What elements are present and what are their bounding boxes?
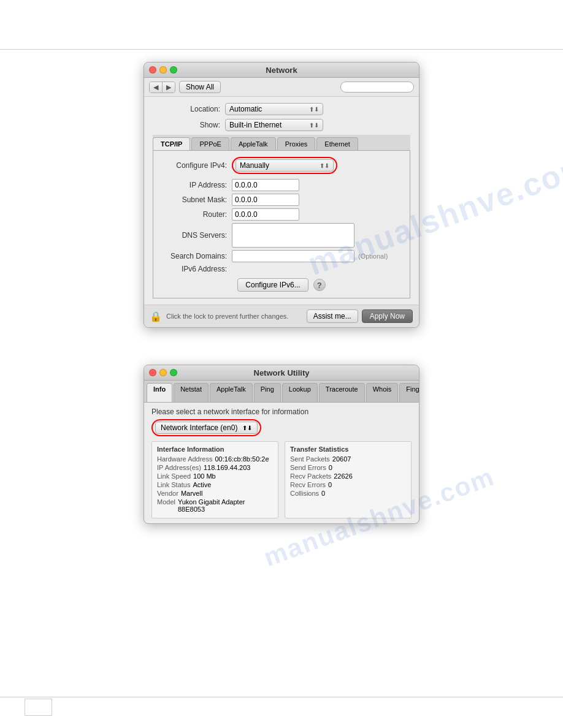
tab-appletalk[interactable]: AppleTalk xyxy=(231,137,276,150)
show-select[interactable]: Built-in Ethernet ⬆⬇ xyxy=(225,119,323,131)
configure-row: Configure IPv4: Manually ⬆⬇ xyxy=(153,157,410,174)
network-utility-window: Network Utility Info Netstat AppleTalk P… xyxy=(144,365,419,524)
router-row: Router: xyxy=(153,208,410,221)
tab-ethernet[interactable]: Ethernet xyxy=(316,137,358,150)
hardware-value: 00:16:cb:8b:50:2e xyxy=(215,455,269,463)
tab-tcpip[interactable]: TCP/IP xyxy=(153,137,190,150)
show-row: Show: Built-in Ethernet ⬆⬇ xyxy=(153,119,410,131)
subnet-input[interactable] xyxy=(232,194,299,206)
router-input[interactable] xyxy=(232,208,299,221)
nu-tab-whois[interactable]: Whois xyxy=(366,383,399,402)
ip-label: IP Address: xyxy=(159,181,227,189)
vendor-value: Marvell xyxy=(181,490,202,497)
nu-interface-select[interactable]: Network Interface (en0) ⬆⬇ xyxy=(155,422,258,434)
link-speed-row: Link Speed 100 Mb xyxy=(157,472,273,480)
model-value: Yukon Gigabit Adapter 88E8053 xyxy=(178,498,245,513)
ipv6-row: IPv6 Address: xyxy=(153,265,410,273)
router-label: Router: xyxy=(159,210,227,219)
send-errors-label: Send Errors xyxy=(290,464,326,471)
location-label: Location: xyxy=(153,105,220,113)
apply-now-button[interactable]: Apply Now xyxy=(362,309,413,323)
recv-packets-label: Recv Packets xyxy=(290,472,331,480)
ip-input[interactable] xyxy=(232,179,299,191)
dns-input[interactable] xyxy=(232,223,354,248)
show-label: Show: xyxy=(153,121,220,129)
search-domains-input[interactable] xyxy=(232,250,354,262)
nu-body: Please select a network interface for in… xyxy=(144,403,419,523)
nu-tab-lookup[interactable]: Lookup xyxy=(282,383,318,402)
recv-packets-row: Recv Packets 22626 xyxy=(290,472,406,480)
configure-select[interactable]: Manually ⬆⬇ xyxy=(236,159,334,172)
nu-two-col: Interface Information Hardware Address 0… xyxy=(151,441,412,518)
ip-row: IP Address: xyxy=(153,179,410,191)
location-row: Location: Automatic ⬆⬇ xyxy=(153,103,410,115)
page-number-box xyxy=(25,699,52,716)
location-select[interactable]: Automatic ⬆⬇ xyxy=(225,103,323,115)
assist-button[interactable]: Assist me... xyxy=(307,309,358,323)
nu-tab-appletalk[interactable]: AppleTalk xyxy=(210,383,253,402)
nu-select-prompt: Please select a network interface for in… xyxy=(151,408,412,416)
configure-value: Manually xyxy=(240,161,317,170)
configure-oval: Manually ⬆⬇ xyxy=(232,157,337,174)
show-all-button[interactable]: Show All xyxy=(179,81,221,93)
forward-button[interactable]: ▶ xyxy=(163,82,175,93)
zoom-button[interactable] xyxy=(170,66,177,74)
nav-buttons: ◀ ▶ xyxy=(149,82,175,93)
sent-packets-row: Sent Packets 20607 xyxy=(290,455,406,463)
vendor-label: Vendor xyxy=(157,490,178,497)
link-speed-label: Link Speed xyxy=(157,472,191,480)
nu-tab-traceroute[interactable]: Traceroute xyxy=(319,383,365,402)
nu-tab-ping[interactable]: Ping xyxy=(254,383,281,402)
nu-tab-finger[interactable]: Finger xyxy=(399,383,419,402)
nu-window-title: Network Utility xyxy=(253,368,309,377)
configure-arrow: ⬆⬇ xyxy=(320,162,329,169)
location-arrow: ⬆⬇ xyxy=(309,106,319,113)
recv-errors-row: Recv Errors 0 xyxy=(290,481,406,488)
link-status-label: Link Status xyxy=(157,481,190,488)
nu-interface-value: Network Interface (en0) xyxy=(161,423,237,432)
minimize-button[interactable] xyxy=(159,66,167,74)
link-status-row: Link Status Active xyxy=(157,481,273,488)
search-input[interactable] xyxy=(340,82,414,93)
configure-ipv6-button[interactable]: Configure IPv6... xyxy=(237,278,308,292)
vendor-row: Vendor Marvell xyxy=(157,490,273,497)
tcp-ip-panel: Configure IPv4: Manually ⬆⬇ IP Address: xyxy=(153,151,410,298)
nu-interface-oval: Network Interface (en0) ⬆⬇ xyxy=(151,419,261,436)
nu-tab-info[interactable]: Info xyxy=(147,383,172,402)
lock-text: Click the lock to prevent further change… xyxy=(166,313,307,320)
tabs-row: TCP/IP PPPoE AppleTalk Proxies Ethernet xyxy=(153,135,410,151)
subnet-row: Subnet Mask: xyxy=(153,194,410,206)
recv-errors-value: 0 xyxy=(328,481,332,488)
tab-proxies[interactable]: Proxies xyxy=(277,137,316,150)
link-speed-value: 100 Mb xyxy=(193,472,216,480)
window-title: Network xyxy=(266,66,297,75)
nu-ip-value: 118.169.44.203 xyxy=(204,464,250,471)
nu-zoom-button[interactable] xyxy=(170,369,177,376)
bottom-bar: 🔒 Click the lock to prevent further chan… xyxy=(144,305,419,327)
link-status-value: Active xyxy=(193,481,211,488)
dns-row: DNS Servers: xyxy=(153,223,410,248)
nu-minimize-button[interactable] xyxy=(159,369,167,376)
search-label: Search Domains: xyxy=(159,252,227,260)
model-row: Model Yukon Gigabit Adapter 88E8053 xyxy=(157,498,273,513)
hardware-label: Hardware Address xyxy=(157,455,213,463)
network-body: Location: Automatic ⬆⬇ Show: Built-in Et… xyxy=(144,97,419,305)
help-button[interactable]: ? xyxy=(313,279,326,291)
recv-errors-label: Recv Errors xyxy=(290,481,326,488)
interface-info-col: Interface Information Hardware Address 0… xyxy=(151,441,278,518)
configure-label: Configure IPv4: xyxy=(159,161,227,170)
recv-packets-value: 22626 xyxy=(334,472,353,480)
nu-tabs: Info Netstat AppleTalk Ping Lookup Trace… xyxy=(144,381,419,403)
nu-close-button[interactable] xyxy=(149,369,156,376)
network-window: Network ◀ ▶ Show All Location: Automatic… xyxy=(144,62,419,328)
send-errors-value: 0 xyxy=(329,464,332,471)
nu-ip-label: IP Address(es) xyxy=(157,464,201,471)
back-button[interactable]: ◀ xyxy=(150,82,163,93)
tab-pppoe[interactable]: PPPoE xyxy=(191,137,229,150)
lock-icon[interactable]: 🔒 xyxy=(150,310,161,322)
close-button[interactable] xyxy=(149,66,156,74)
nu-tab-netstat[interactable]: Netstat xyxy=(174,383,209,402)
toolbar: ◀ ▶ Show All xyxy=(144,78,419,97)
search-domains-row: Search Domains: (Optional) xyxy=(153,250,410,262)
hardware-row: Hardware Address 00:16:cb:8b:50:2e xyxy=(157,455,273,463)
